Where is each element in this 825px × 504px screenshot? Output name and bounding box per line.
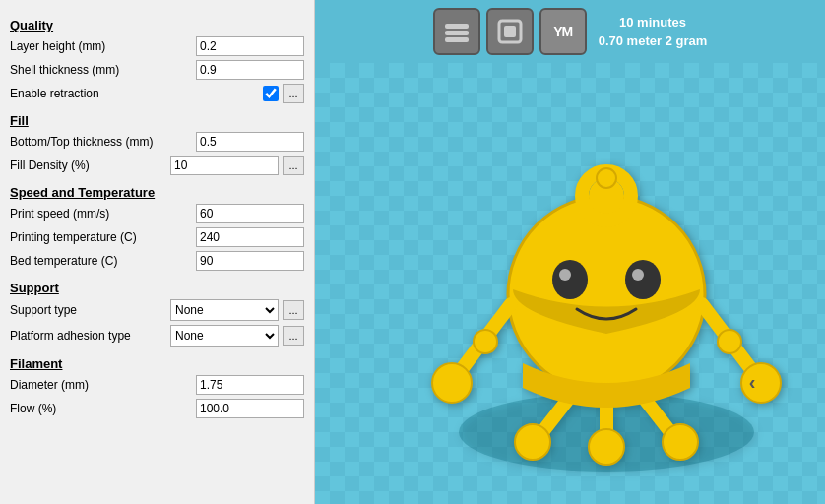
platform-adhesion-dots-button[interactable]: ...	[283, 326, 304, 346]
svg-point-8	[559, 269, 571, 281]
robot-model: ‹	[424, 97, 789, 484]
bottom-top-thickness-label: Bottom/Top thickness (mm)	[10, 135, 196, 149]
bottom-top-thickness-input[interactable]	[196, 132, 304, 152]
print-time: 10 minutes	[599, 13, 708, 32]
print-material: 0.70 meter 2 gram	[599, 32, 708, 51]
svg-point-9	[625, 260, 661, 299]
diameter-input[interactable]	[196, 375, 304, 395]
svg-point-21	[515, 424, 550, 460]
retraction-dots-button[interactable]: ...	[283, 84, 304, 103]
settings-panel: Quality Layer height (mm) Shell thicknes…	[0, 0, 315, 504]
svg-rect-2	[445, 37, 469, 42]
svg-point-14	[432, 363, 472, 403]
platform-adhesion-row: Platform adhesion type None Brim Raft ..…	[10, 325, 304, 346]
svg-text:‹: ‹	[749, 371, 756, 393]
svg-point-18	[718, 330, 741, 353]
svg-point-23	[589, 429, 624, 465]
fill-density-row: Fill Density (%) ...	[10, 156, 304, 175]
layer-height-row: Layer height (mm)	[10, 36, 304, 56]
svg-point-26	[597, 168, 616, 188]
layer-height-input[interactable]	[196, 36, 304, 56]
preview-panel: YM 10 minutes 0.70 meter 2 gram	[315, 0, 825, 504]
print-info: 10 minutes 0.70 meter 2 gram	[599, 13, 708, 51]
bottom-top-thickness-row: Bottom/Top thickness (mm)	[10, 132, 304, 152]
enable-retraction-row: Enable retraction ...	[10, 84, 304, 103]
support-type-select[interactable]: None Touching buildplate Everywhere	[170, 299, 279, 321]
svg-point-10	[632, 269, 644, 281]
canvas-area[interactable]: ‹	[315, 63, 825, 504]
svg-point-25	[663, 424, 698, 460]
bed-temp-input[interactable]	[196, 251, 304, 271]
svg-rect-1	[445, 31, 469, 35]
support-type-dots-button[interactable]: ...	[283, 300, 304, 320]
support-section-title: Support	[10, 281, 304, 295]
speed-temp-section-title: Speed and Temperature	[10, 185, 304, 200]
bed-temp-label: Bed temperature (C)	[10, 254, 196, 268]
ym-label: YM	[553, 24, 572, 39]
layers-button[interactable]	[433, 8, 480, 55]
flow-label: Flow (%)	[10, 402, 196, 415]
fill-density-input[interactable]	[170, 156, 279, 175]
printing-temp-input[interactable]	[196, 227, 304, 247]
flow-row: Flow (%)	[10, 399, 304, 418]
svg-point-7	[552, 260, 588, 299]
material-icon	[496, 18, 524, 45]
bed-temp-row: Bed temperature (C)	[10, 251, 304, 271]
support-type-row: Support type None Touching buildplate Ev…	[10, 299, 304, 321]
flow-input[interactable]	[196, 399, 304, 418]
svg-rect-0	[445, 24, 469, 29]
svg-rect-4	[504, 26, 516, 37]
print-speed-label: Print speed (mm/s)	[10, 207, 196, 220]
material-button[interactable]	[486, 8, 534, 55]
filament-section-title: Filament	[10, 356, 304, 371]
support-type-label: Support type	[10, 303, 170, 317]
shell-thickness-row: Shell thickness (mm)	[10, 60, 304, 80]
print-speed-row: Print speed (mm/s)	[10, 204, 304, 223]
shell-thickness-label: Shell thickness (mm)	[10, 63, 196, 77]
robot-svg: ‹	[424, 97, 789, 481]
diameter-label: Diameter (mm)	[10, 378, 196, 392]
print-speed-input[interactable]	[196, 204, 304, 223]
quality-section-title: Quality	[10, 18, 304, 32]
printing-temp-label: Printing temperature (C)	[10, 230, 196, 244]
svg-point-15	[474, 330, 497, 353]
fill-section-title: Fill	[10, 113, 304, 128]
platform-adhesion-label: Platform adhesion type	[10, 329, 170, 343]
diameter-row: Diameter (mm)	[10, 375, 304, 395]
platform-adhesion-select[interactable]: None Brim Raft	[170, 325, 279, 346]
layers-icon	[443, 18, 471, 45]
toolbar: YM 10 minutes 0.70 meter 2 gram	[423, 0, 718, 63]
svg-point-17	[741, 363, 781, 403]
fill-density-dots-button[interactable]: ...	[283, 156, 304, 175]
shell-thickness-input[interactable]	[196, 60, 304, 80]
fill-density-label: Fill Density (%)	[10, 158, 170, 172]
youmagine-button[interactable]: YM	[539, 8, 587, 55]
enable-retraction-label: Enable retraction	[10, 87, 263, 100]
printing-temp-row: Printing temperature (C)	[10, 227, 304, 247]
layer-height-label: Layer height (mm)	[10, 39, 196, 53]
enable-retraction-checkbox[interactable]	[263, 86, 279, 101]
